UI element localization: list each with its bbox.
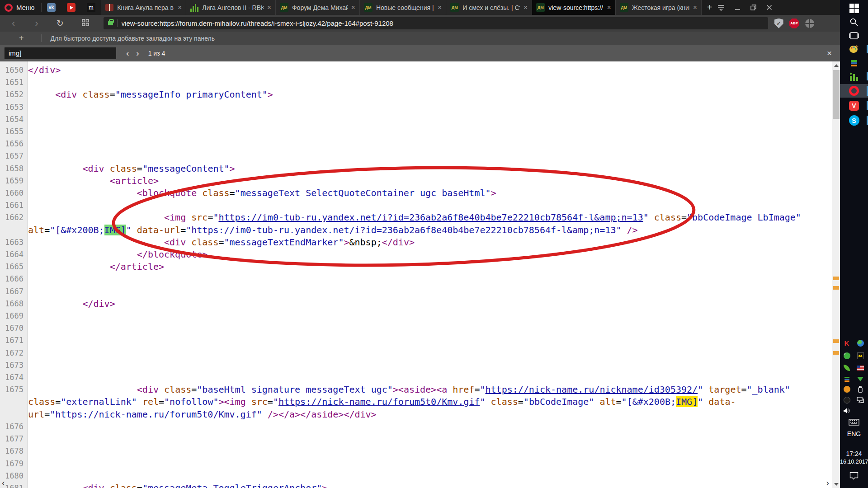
line-number: 1662 (0, 211, 28, 236)
download-master-tray-icon[interactable] (841, 351, 853, 361)
speed-dial-icon[interactable] (82, 19, 89, 28)
line-text: <img src="https://im0-tub-ru.yandex.net/… (28, 211, 817, 236)
pinned-tab-meduza[interactable]: m (81, 0, 101, 15)
tab-title: Книга Акула пера в мире (117, 4, 174, 11)
secure-lock-icon[interactable] (108, 21, 113, 25)
source-token: rel (142, 396, 159, 407)
download-arrow-tray-icon[interactable] (854, 374, 866, 384)
clock-time[interactable]: 17:24 (840, 450, 868, 457)
paint-app-icon[interactable] (840, 43, 868, 55)
source-token (622, 225, 627, 235)
vivaldi-app-icon[interactable]: V (840, 99, 868, 112)
forward-button[interactable]: › (35, 19, 38, 28)
rbk-games-app-icon[interactable] (840, 70, 868, 82)
tab-2[interactable]: ДМФорум Дема Михайлова× (276, 0, 360, 15)
kaspersky-tray-icon[interactable]: K (841, 338, 853, 348)
tab-0[interactable]: Книга Акула пера в мире× (101, 0, 186, 15)
start-button[interactable] (840, 2, 868, 14)
url-text[interactable]: view-source:https://forum.dem-mihailov.r… (122, 19, 393, 27)
vertical-scrollbar[interactable] (832, 61, 840, 488)
line-number: 1668 (0, 298, 28, 310)
minimize-button[interactable] (735, 5, 741, 10)
action-center-icon[interactable] (840, 470, 868, 482)
adblock-plus-icon[interactable]: ABP (789, 19, 799, 28)
tab-close-icon[interactable]: × (693, 4, 697, 11)
source-url-link[interactable]: https://nick-name.ru/nickname/id305392/ (486, 384, 698, 395)
tab-6[interactable]: ДМЖестокая игра (книга 3) (× (616, 0, 702, 15)
leaf-tray-icon[interactable] (841, 363, 853, 373)
opera-menu-button[interactable]: Меню (0, 0, 41, 15)
language-indicator[interactable]: ENG (840, 430, 868, 437)
pinned-tab-vk[interactable]: vk (41, 0, 61, 15)
bluestacks-app-icon[interactable] (840, 57, 868, 69)
tab-3[interactable]: ДМНовые сообщения | Фору× (360, 0, 446, 15)
tab-close-icon[interactable]: × (607, 4, 611, 11)
source-line-1651: 1651 (0, 76, 832, 89)
line-number: 1669 (0, 310, 28, 322)
tab-close-icon[interactable]: × (351, 4, 355, 11)
touch-keyboard-icon[interactable] (840, 417, 868, 427)
source-token: "https://nick-name.ru/forum5t0/Kmv.gif" (50, 409, 262, 420)
source-token: "externalLink" (61, 396, 137, 407)
scroll-right-arrow[interactable]: › (826, 478, 829, 487)
source-line-1675: 1675 <div class="baseHtml signature mess… (0, 384, 832, 421)
search-icon[interactable] (840, 16, 868, 28)
globe-tray-icon[interactable] (854, 338, 866, 348)
device-tray-icon[interactable] (841, 395, 853, 405)
tab-close-icon[interactable]: × (524, 4, 528, 11)
pinned-tab-youtube[interactable] (61, 0, 81, 15)
task-view-icon[interactable] (840, 30, 868, 42)
line-number: 1650 (0, 64, 28, 76)
skype-app-icon[interactable]: S (840, 114, 868, 127)
tab-close-icon[interactable]: × (438, 4, 442, 11)
usb-device-tray-icon[interactable] (854, 384, 866, 394)
tab-1[interactable]: Лига Ангелов II - RBK Gam× (186, 0, 276, 15)
source-line-1670: 1670 (0, 322, 832, 334)
tab-close-icon[interactable]: × (267, 4, 271, 11)
scroll-left-arrow[interactable]: ‹ (2, 478, 5, 487)
source-token (137, 396, 142, 407)
bluestacks-tray-icon[interactable] (841, 374, 853, 384)
source-line-1681: 1681 <div class="messageMeta ToggleTrigg… (0, 482, 832, 488)
new-tab-button[interactable]: + (702, 0, 717, 15)
address-bar[interactable]: view-source:https://forum.dem-mihailov.r… (104, 17, 768, 29)
find-next-button[interactable]: › (136, 49, 139, 57)
source-token: <img (164, 212, 191, 223)
page-content: 1650</div>16511652 <div class="messageIn… (0, 61, 840, 488)
scrollbar-thumb[interactable] (833, 70, 840, 119)
maximize-button[interactable] (750, 5, 756, 10)
tab-4[interactable]: ДМИ смех и слёзы. | Страни× (446, 0, 532, 15)
bat-tray-icon[interactable] (854, 351, 866, 361)
close-window-button[interactable] (766, 5, 772, 10)
line-text (28, 150, 817, 162)
source-token (790, 384, 796, 395)
source-url-link[interactable]: https://nick-name.ru/forum5t0/Kmv.gif (278, 396, 480, 407)
orange-dot-tray-icon[interactable] (841, 384, 853, 394)
source-line-1660: 1660 <blockquote class="messageText Sele… (0, 187, 832, 199)
tab-close-icon[interactable]: × (178, 4, 182, 11)
opera-app-icon[interactable] (840, 84, 868, 98)
security-shield-icon[interactable]: ✓ (774, 19, 783, 28)
line-number: 1673 (0, 359, 28, 371)
language-flag-tray-icon[interactable] (854, 363, 866, 373)
source-url-link[interactable]: https://im0-tub-ru.yandex.net/i?id=236ab… (218, 212, 643, 223)
tab-5-active[interactable]: ДМview-source:https://forum× (532, 0, 616, 15)
back-button[interactable]: ‹ (12, 19, 15, 28)
tab-menu-icon[interactable] (717, 5, 725, 11)
scroll-up-button[interactable] (832, 61, 840, 69)
source-token: = (191, 384, 197, 395)
scroll-down-button[interactable] (832, 480, 840, 488)
reload-button[interactable]: ↻ (57, 19, 64, 28)
source-line-1665: 1665 </article> (0, 261, 832, 273)
source-token: &nbsp; (349, 237, 382, 248)
clock-date[interactable]: 16.10.2017 (840, 459, 868, 465)
add-bookmark-icon[interactable]: + (19, 33, 24, 43)
volume-tray-icon[interactable] (841, 406, 853, 416)
find-close-icon[interactable]: × (827, 48, 832, 58)
globe-extension-icon[interactable] (805, 19, 814, 28)
find-input[interactable] (5, 47, 116, 59)
find-previous-button[interactable]: ‹ (126, 49, 129, 57)
source-token: = (518, 396, 524, 407)
network-tray-icon[interactable] (854, 395, 866, 405)
source-token: "https://im0-tub-ru.yandex.net/i?id=236a… (186, 225, 621, 235)
